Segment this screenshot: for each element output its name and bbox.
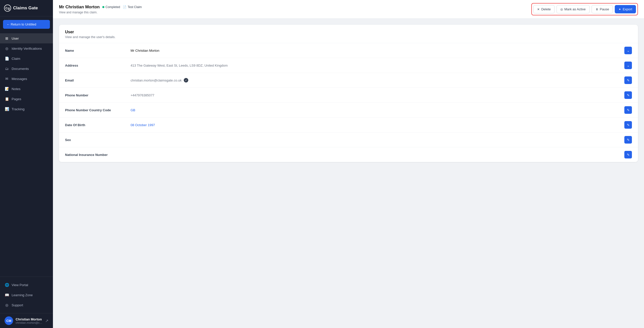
file-icon: 📄 <box>5 56 9 61</box>
header-actions: ✕ Delete ◎ Mark as Active ⏸ Pause ✦ Expo… <box>531 3 638 15</box>
field-row-dob: Date Of Birth 08 October 1997 ✎ <box>59 118 638 132</box>
field-label-email: Email <box>65 78 131 82</box>
field-actions-phone-country: ✎ <box>624 106 632 114</box>
user-name: Christian Morton <box>16 317 43 321</box>
sidebar-item-view-portal[interactable]: 🌐 View Portal <box>0 280 53 290</box>
sidebar-item-learning-zone[interactable]: 📖 Learning Zone <box>0 290 53 300</box>
file-icon: 📄 <box>123 5 127 9</box>
tracking-icon: 📊 <box>5 107 9 111</box>
card-title: User <box>65 30 632 34</box>
sidebar-item-tracking[interactable]: 📊 Tracking <box>0 104 53 114</box>
field-label-nin: National Insurance Number <box>65 153 131 157</box>
sidebar-item-claim[interactable]: 📄 Claim <box>0 53 53 64</box>
field-actions-dob: ✎ <box>624 121 632 129</box>
field-row-nin: National Insurance Number ✎ <box>59 147 638 162</box>
field-value-dob: 08 October 1997 <box>131 123 624 127</box>
edit-sex-button[interactable]: ✎ <box>624 136 632 144</box>
sidebar-item-support[interactable]: ◎ Support <box>0 300 53 310</box>
export-icon: ✦ <box>619 8 621 11</box>
pause-icon: ⏸ <box>595 8 598 11</box>
sidebar-item-label: Notes <box>12 87 20 91</box>
logo-icon: Cg <box>4 5 11 12</box>
field-label-address: Address <box>65 64 131 67</box>
circle-icon: ◎ <box>560 8 563 11</box>
field-value-address: 413 The Gateway West, East St, Leeds, LS… <box>131 64 624 67</box>
sidebar: Cg Claims Gate ← Return to Untitled ⊞ Us… <box>0 0 53 328</box>
user-card: User View and manage the user's details.… <box>59 25 638 162</box>
field-value-phone: +447976385077 <box>131 93 624 97</box>
edit-email-button[interactable]: ✎ <box>624 76 632 84</box>
field-row-email: Email christian.morton@claimsgate.co.uk … <box>59 73 638 88</box>
field-label-name: Name <box>65 49 131 52</box>
field-actions-name: ⌄ <box>624 47 632 54</box>
sidebar-nav: ⊞ User ◎ Identity Verifications 📄 Claim … <box>0 32 53 277</box>
logo-text: Claims Gate <box>13 6 38 11</box>
field-row-sex: Sex ✎ <box>59 132 638 147</box>
user-info: Christian Morton christian.morton@claims… <box>16 317 43 324</box>
delete-button[interactable]: ✕ Delete <box>533 5 555 13</box>
field-row-address: Address 413 The Gateway West, East St, L… <box>59 58 638 73</box>
book-icon: 📖 <box>5 293 9 297</box>
sidebar-item-documents[interactable]: 🗂 Documents <box>0 64 53 74</box>
x-icon: ✕ <box>537 8 540 11</box>
header-title: Mr Christian Morton Completed 📄 Test Cla… <box>59 5 142 10</box>
expand-name-button[interactable]: ⌄ <box>624 47 632 54</box>
header-subtitle: View and manage this claim. <box>59 11 142 14</box>
sidebar-item-identity-verifications[interactable]: ◎ Identity Verifications <box>0 43 53 53</box>
sidebar-item-label: Documents <box>12 67 29 71</box>
sidebar-item-label: Identity Verifications <box>12 47 42 50</box>
edit-phone-button[interactable]: ✎ <box>624 91 632 99</box>
shield-icon: ◎ <box>5 46 9 51</box>
edit-dob-button[interactable]: ✎ <box>624 121 632 129</box>
note-icon: 📝 <box>5 87 9 91</box>
header-left: Mr Christian Morton Completed 📄 Test Cla… <box>59 5 142 14</box>
sidebar-item-pages[interactable]: 📋 Pages <box>0 94 53 104</box>
sidebar-item-label: Pages <box>12 97 21 101</box>
doc-icon: 🗂 <box>5 66 9 71</box>
field-value-phone-country: GB <box>131 108 624 112</box>
globe-icon: 🌐 <box>5 283 9 287</box>
sidebar-item-label: Support <box>12 303 23 307</box>
content-area: User View and manage the user's details.… <box>53 19 644 328</box>
envelope-icon: ✉ <box>5 76 9 81</box>
sidebar-item-user[interactable]: ⊞ User <box>0 33 53 43</box>
field-actions-sex: ✎ <box>624 136 632 144</box>
mark-as-active-button[interactable]: ◎ Mark as Active <box>557 5 590 13</box>
sidebar-item-label: User <box>12 37 19 40</box>
field-value-name: Mr Christian Morton <box>131 49 624 52</box>
grid-icon: ⊞ <box>5 36 9 41</box>
sidebar-item-label: Learning Zone <box>12 293 33 297</box>
field-label-phone: Phone Number <box>65 93 131 97</box>
user-profile[interactable]: CM Christian Morton christian.morton@cla… <box>0 313 53 328</box>
logout-icon[interactable]: ↗ <box>45 318 48 323</box>
status-badge: Completed <box>102 5 120 9</box>
expand-address-button[interactable]: ⌄ <box>624 62 632 69</box>
return-button[interactable]: ← Return to Untitled <box>3 20 50 29</box>
test-claim-badge: 📄 Test Claim <box>123 5 142 9</box>
sidebar-item-label: Tracking <box>12 107 24 111</box>
sidebar-bottom: 🌐 View Portal 📖 Learning Zone ◎ Support <box>0 277 53 313</box>
verify-icon: ✓ <box>184 78 188 83</box>
field-row-phone: Phone Number +447976385077 ✎ <box>59 88 638 103</box>
main-content: Mr Christian Morton Completed 📄 Test Cla… <box>53 0 644 328</box>
field-row-name: Name Mr Christian Morton ⌄ <box>59 43 638 58</box>
sidebar-item-label: Messages <box>12 77 27 81</box>
edit-nin-button[interactable]: ✎ <box>624 151 632 158</box>
pages-icon: 📋 <box>5 97 9 101</box>
field-actions-address: ⌄ <box>624 62 632 69</box>
sidebar-item-label: View Portal <box>12 283 28 287</box>
edit-phone-country-button[interactable]: ✎ <box>624 106 632 114</box>
card-header: User View and manage the user's details. <box>59 25 638 43</box>
card-subtitle: View and manage the user's details. <box>65 35 632 39</box>
field-actions-nin: ✎ <box>624 151 632 158</box>
user-email: christian.morton@claims.. <box>16 321 43 324</box>
export-button[interactable]: ✦ Export <box>615 5 636 13</box>
sidebar-item-messages[interactable]: ✉ Messages <box>0 74 53 84</box>
sidebar-item-notes[interactable]: 📝 Notes <box>0 84 53 94</box>
field-value-email: christian.morton@claimsgate.co.uk ✓ <box>131 78 624 83</box>
status-dot <box>102 6 104 8</box>
sidebar-logo: Cg Claims Gate <box>0 0 53 16</box>
pause-button[interactable]: ⏸ Pause <box>592 5 613 13</box>
avatar: CM <box>5 316 13 325</box>
field-row-phone-country: Phone Number Country Code GB ✎ <box>59 103 638 118</box>
